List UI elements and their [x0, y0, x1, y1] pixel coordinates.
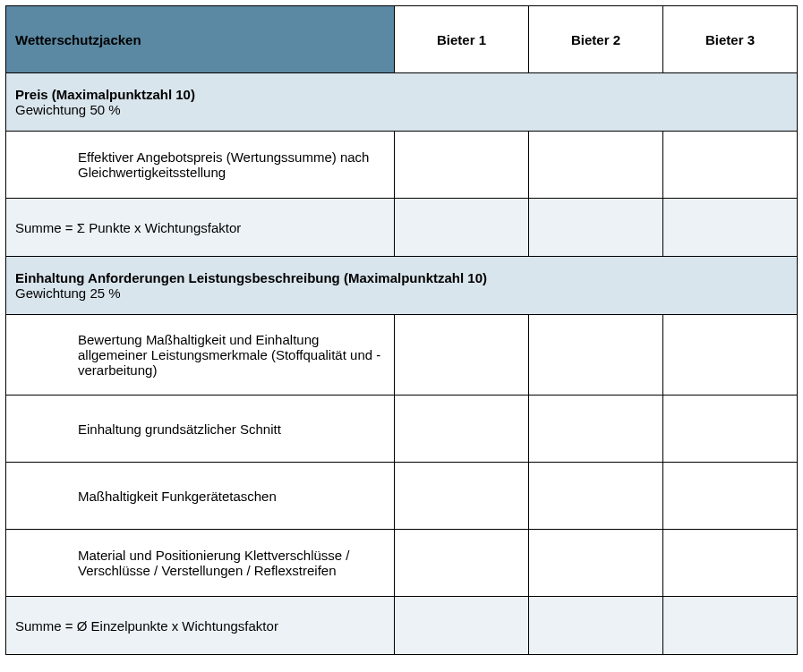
section-2-criterion-3-bidder-1 [395, 463, 529, 530]
section-2-criterion-2-row: Einhaltung grundsätzlicher Schnitt [6, 396, 798, 463]
section-1-criterion-1-bidder-3 [663, 132, 798, 199]
section-2-criterion-2-bidder-2 [529, 396, 663, 463]
section-2-summary-bidder-3 [663, 597, 798, 655]
section-2-criterion-4-row: Material und Positionierung Klettverschl… [6, 530, 798, 597]
section-2-criterion-4: Material und Positionierung Klettverschl… [6, 530, 395, 597]
section-2-header: Einhaltung Anforderungen Leistungsbeschr… [6, 257, 798, 315]
section-2-criterion-2-bidder-1 [395, 396, 529, 463]
section-2-criterion-2: Einhaltung grundsätzlicher Schnitt [6, 396, 395, 463]
section-2-summary-bidder-1 [395, 597, 529, 655]
section-2-criterion-3-bidder-3 [663, 463, 798, 530]
section-2-criterion-1-bidder-3 [663, 315, 798, 396]
section-2-criterion-3: Maßhaltigkeit Funkgerätetaschen [6, 463, 395, 530]
header-bidder-1: Bieter 1 [395, 6, 529, 73]
section-2-criterion-1-bidder-1 [395, 315, 529, 396]
section-1-summary-row: Summe = Σ Punkte x Wichtungsfaktor [6, 199, 798, 257]
section-1-summary-bidder-1 [395, 199, 529, 257]
section-2-criterion-4-bidder-1 [395, 530, 529, 597]
section-2-summary-bidder-2 [529, 597, 663, 655]
section-1-criterion-1-row: Effektiver Angebotspreis (Wertungssumme)… [6, 132, 798, 199]
section-1-header: Preis (Maximalpunktzahl 10) Gewichtung 5… [6, 73, 798, 132]
header-bidder-3: Bieter 3 [663, 6, 798, 73]
section-2-criterion-4-bidder-3 [663, 530, 798, 597]
section-1-criterion-1-bidder-2 [529, 132, 663, 199]
header-row: Wetterschutzjacken Bieter 1 Bieter 2 Bie… [6, 6, 798, 73]
section-1-weight: Gewichtung 50 % [15, 102, 121, 117]
section-1-criterion-1-bidder-1 [395, 132, 529, 199]
section-2-criterion-3-row: Maßhaltigkeit Funkgerätetaschen [6, 463, 798, 530]
header-bidder-2: Bieter 2 [529, 6, 663, 73]
section-2-criterion-2-bidder-3 [663, 396, 798, 463]
section-2-summary-row: Summe = Ø Einzelpunkte x Wichtungsfaktor [6, 597, 798, 655]
section-2-criterion-1-row: Bewertung Maßhaltigkeit und Einhaltung a… [6, 315, 798, 396]
section-2-criterion-1-bidder-2 [529, 315, 663, 396]
section-1-title: Preis (Maximalpunktzahl 10) [15, 87, 195, 102]
section-1-criterion-1: Effektiver Angebotspreis (Wertungssumme)… [6, 132, 395, 199]
section-2-summary-label: Summe = Ø Einzelpunkte x Wichtungsfaktor [6, 597, 395, 655]
section-1-summary-bidder-3 [663, 199, 798, 257]
section-1-header-cell: Preis (Maximalpunktzahl 10) Gewichtung 5… [6, 73, 798, 132]
section-2-criterion-1: Bewertung Maßhaltigkeit und Einhaltung a… [6, 315, 395, 396]
evaluation-table: Wetterschutzjacken Bieter 1 Bieter 2 Bie… [5, 5, 798, 655]
section-1-summary-label: Summe = Σ Punkte x Wichtungsfaktor [6, 199, 395, 257]
section-1-summary-bidder-2 [529, 199, 663, 257]
section-2-criterion-4-bidder-2 [529, 530, 663, 597]
section-2-header-cell: Einhaltung Anforderungen Leistungsbeschr… [6, 257, 798, 315]
header-main-title: Wetterschutzjacken [6, 6, 395, 73]
section-2-weight: Gewichtung 25 % [15, 285, 121, 301]
section-2-title: Einhaltung Anforderungen Leistungsbeschr… [15, 270, 487, 285]
section-2-criterion-3-bidder-2 [529, 463, 663, 530]
